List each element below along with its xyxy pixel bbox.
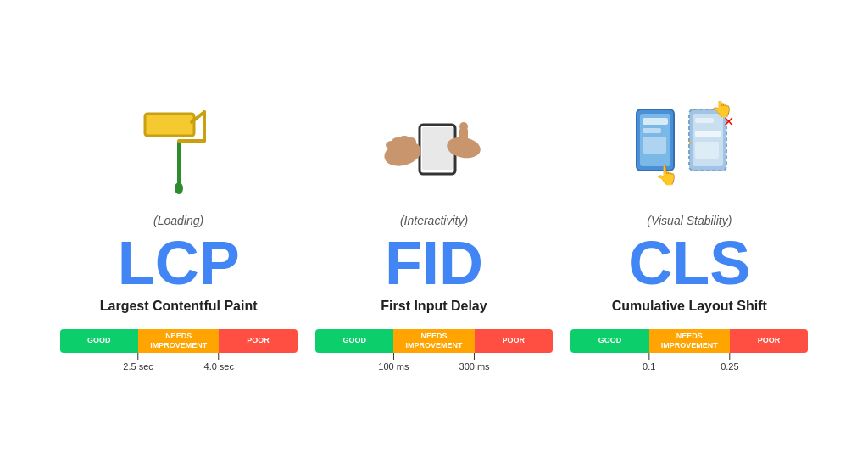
fid-needs-label: NEEDSIMPROVEMENT bbox=[405, 332, 462, 350]
fid-bar-needs: NEEDSIMPROVEMENT bbox=[393, 329, 474, 353]
cls-good-label: GOOD bbox=[598, 336, 622, 345]
paint-roller-icon bbox=[136, 97, 221, 198]
svg-rect-25 bbox=[695, 142, 719, 159]
fid-icon-area bbox=[379, 88, 489, 207]
svg-point-12 bbox=[406, 137, 416, 146]
cls-needs-label: NEEDSIMPROVEMENT bbox=[661, 332, 718, 350]
fid-card: (Interactivity) FID First Input Delay GO… bbox=[315, 88, 553, 377]
lcp-abbr: LCP bbox=[118, 232, 240, 293]
cls-name: Cumulative Layout Shift bbox=[612, 299, 767, 314]
svg-rect-2 bbox=[145, 114, 194, 136]
svg-text:→: → bbox=[678, 132, 695, 151]
fid-marker-2: 300 ms bbox=[459, 353, 490, 372]
phone-hands-icon bbox=[379, 101, 489, 194]
svg-point-1 bbox=[175, 182, 183, 194]
fid-marker-2-text: 300 ms bbox=[459, 361, 490, 372]
svg-rect-20 bbox=[643, 137, 666, 154]
fid-marker-1: 100 ms bbox=[378, 353, 409, 372]
fid-subtitle: (Interactivity) bbox=[400, 214, 468, 227]
cls-marker-1: 0.1 bbox=[643, 353, 655, 372]
fid-marker-1-text: 100 ms bbox=[378, 361, 409, 372]
cls-marker-2: 0.25 bbox=[721, 353, 738, 372]
fid-poor-label: POOR bbox=[503, 336, 526, 345]
fid-abbr: FID bbox=[385, 232, 483, 293]
cls-icon-area: → 👆 ✕ 👆 bbox=[630, 88, 748, 207]
cls-markers: 0.1 0.25 bbox=[570, 353, 808, 377]
lcp-marker-2-line bbox=[219, 353, 220, 360]
lcp-bar: GOOD NEEDSIMPROVEMENT POOR bbox=[60, 329, 298, 353]
lcp-markers: 2.5 sec 4.0 sec bbox=[60, 353, 298, 377]
lcp-name: Largest Contentful Paint bbox=[100, 299, 258, 314]
lcp-bar-needs: NEEDSIMPROVEMENT bbox=[138, 329, 219, 353]
lcp-needs-label: NEEDSIMPROVEMENT bbox=[150, 332, 207, 350]
lcp-card: (Loading) LCP Largest Contentful Paint G… bbox=[60, 88, 298, 377]
cls-subtitle: (Visual Stability) bbox=[647, 214, 732, 227]
lcp-marker-1-text: 2.5 sec bbox=[123, 361, 153, 372]
lcp-bar-container: GOOD NEEDSIMPROVEMENT POOR 2.5 sec 4.0 s… bbox=[60, 329, 298, 377]
svg-rect-18 bbox=[643, 118, 668, 125]
fid-name: First Input Delay bbox=[381, 299, 487, 314]
svg-rect-23 bbox=[695, 131, 721, 137]
cls-abbr: CLS bbox=[628, 232, 750, 293]
svg-text:👆: 👆 bbox=[655, 164, 679, 187]
lcp-poor-label: POOR bbox=[247, 336, 270, 345]
svg-rect-19 bbox=[643, 128, 661, 133]
fid-good-label: GOOD bbox=[342, 336, 366, 345]
cls-card: → 👆 ✕ 👆 (Visual Stability) CLS Cumulativ… bbox=[570, 88, 808, 377]
lcp-marker-2-text: 4.0 sec bbox=[204, 361, 234, 372]
fid-bar-container: GOOD NEEDSIMPROVEMENT POOR 100 ms 300 ms bbox=[315, 329, 553, 377]
fid-bar-good: GOOD bbox=[315, 329, 393, 353]
fid-bar: GOOD NEEDSIMPROVEMENT POOR bbox=[315, 329, 553, 353]
cls-marker-2-text: 0.25 bbox=[721, 361, 738, 372]
lcp-marker-2: 4.0 sec bbox=[204, 353, 234, 372]
fid-markers: 100 ms 300 ms bbox=[315, 353, 553, 377]
lcp-bar-poor: POOR bbox=[219, 329, 297, 353]
svg-rect-24 bbox=[695, 118, 714, 123]
svg-rect-0 bbox=[177, 141, 181, 187]
lcp-good-label: GOOD bbox=[87, 336, 111, 345]
fid-marker-1-line bbox=[393, 353, 394, 360]
cls-bar-good: GOOD bbox=[570, 329, 648, 353]
cls-bar-container: GOOD NEEDSIMPROVEMENT POOR 0.1 0.25 bbox=[570, 329, 808, 377]
cls-bar-needs: NEEDSIMPROVEMENT bbox=[649, 329, 730, 353]
cls-phones-icon: → 👆 ✕ 👆 bbox=[630, 101, 748, 194]
cls-marker-1-line bbox=[648, 353, 649, 360]
fid-bar-poor: POOR bbox=[475, 329, 553, 353]
lcp-subtitle: (Loading) bbox=[153, 214, 203, 227]
svg-point-15 bbox=[459, 122, 468, 131]
lcp-marker-1: 2.5 sec bbox=[123, 353, 153, 372]
svg-text:✕: ✕ bbox=[723, 115, 734, 129]
cls-bar: GOOD NEEDSIMPROVEMENT POOR bbox=[570, 329, 808, 353]
cls-poor-label: POOR bbox=[758, 336, 781, 345]
lcp-icon-area bbox=[136, 88, 221, 207]
cls-marker-2-line bbox=[729, 353, 730, 360]
lcp-marker-1-line bbox=[138, 353, 139, 360]
lcp-bar-good: GOOD bbox=[60, 329, 138, 353]
main-container: (Loading) LCP Largest Contentful Paint G… bbox=[0, 63, 868, 402]
cls-marker-1-text: 0.1 bbox=[643, 361, 655, 372]
fid-marker-2-line bbox=[474, 353, 475, 360]
cls-bar-poor: POOR bbox=[730, 329, 808, 353]
